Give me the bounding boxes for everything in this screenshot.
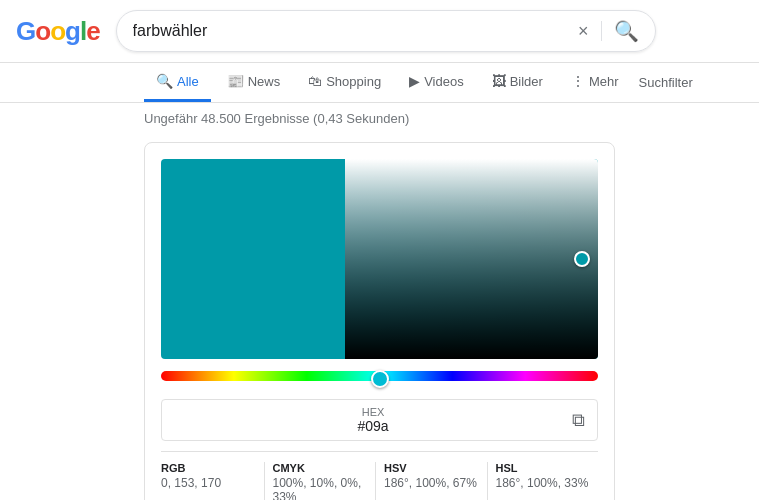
hsl-label: HSL: [496, 462, 591, 474]
cmyk-value: 100%, 10%, 0%, 33%: [273, 476, 368, 500]
picker-black-overlay: [345, 159, 598, 359]
clear-icon[interactable]: ×: [578, 21, 589, 42]
rgb-value: 0, 153, 170: [161, 476, 256, 490]
nav-label-bilder: Bilder: [510, 74, 543, 89]
hsl-value: 186°, 100%, 33%: [496, 476, 591, 490]
nav-item-news[interactable]: 📰 News: [215, 63, 293, 102]
picker-gradient-area[interactable]: [161, 159, 598, 359]
search-bar: farbwähler × 🔍: [116, 10, 656, 52]
color-picker: HEX #09a ⧉ RGB 0, 153, 170 CMYK 100%, 10…: [144, 142, 615, 500]
alle-icon: 🔍: [156, 73, 173, 89]
search-input[interactable]: farbwähler: [133, 22, 578, 40]
nav-item-alle[interactable]: 🔍 Alle: [144, 63, 211, 102]
hex-input-section: HEX #09a ⧉: [161, 399, 598, 441]
cmyk-label: CMYK: [273, 462, 368, 474]
nav-item-shopping[interactable]: 🛍 Shopping: [296, 63, 393, 102]
news-icon: 📰: [227, 73, 244, 89]
nav-bar: 🔍 Alle 📰 News 🛍 Shopping ▶ Videos 🖼 Bild…: [0, 63, 759, 103]
copy-hex-button[interactable]: ⧉: [572, 410, 585, 431]
rgb-group: RGB 0, 153, 170: [161, 462, 265, 500]
videos-icon: ▶: [409, 73, 420, 89]
header: Google farbwähler × 🔍: [0, 0, 759, 63]
picker-saturation-lightness[interactable]: [345, 159, 598, 359]
nav-item-mehr[interactable]: ⋮ Mehr: [559, 63, 631, 102]
mehr-icon: ⋮: [571, 73, 585, 89]
hex-label-area: HEX #09a: [174, 406, 572, 434]
picker-solid-preview: [161, 159, 345, 359]
nav-label-alle: Alle: [177, 74, 199, 89]
nav-label-mehr: Mehr: [589, 74, 619, 89]
hex-label: HEX: [174, 406, 572, 418]
bilder-icon: 🖼: [492, 73, 506, 89]
hsl-group: HSL 186°, 100%, 33%: [488, 462, 599, 500]
hsv-group: HSV 186°, 100%, 67%: [376, 462, 488, 500]
results-info: Ungefähr 48.500 Ergebnisse (0,43 Sekunde…: [0, 103, 759, 134]
nav-item-bilder[interactable]: 🖼 Bilder: [480, 63, 555, 102]
hsv-label: HSV: [384, 462, 479, 474]
shopping-icon: 🛍: [308, 73, 322, 89]
hue-slider[interactable]: [161, 371, 598, 387]
rgb-label: RGB: [161, 462, 256, 474]
nav-label-shopping: Shopping: [326, 74, 381, 89]
color-values-row: RGB 0, 153, 170 CMYK 100%, 10%, 0%, 33% …: [161, 451, 598, 500]
search-divider: [601, 21, 602, 41]
nav-label-news: News: [248, 74, 281, 89]
hsv-value: 186°, 100%, 67%: [384, 476, 479, 490]
nav-label-videos: Videos: [424, 74, 464, 89]
search-icon[interactable]: 🔍: [614, 19, 639, 43]
picker-handle[interactable]: [574, 251, 590, 267]
hex-value[interactable]: #09a: [174, 418, 572, 434]
search-filter-button[interactable]: Suchfilter: [639, 65, 693, 100]
cmyk-group: CMYK 100%, 10%, 0%, 33%: [265, 462, 377, 500]
google-logo: Google: [16, 16, 100, 47]
hue-slider-thumb[interactable]: [371, 370, 389, 388]
nav-item-videos[interactable]: ▶ Videos: [397, 63, 476, 102]
